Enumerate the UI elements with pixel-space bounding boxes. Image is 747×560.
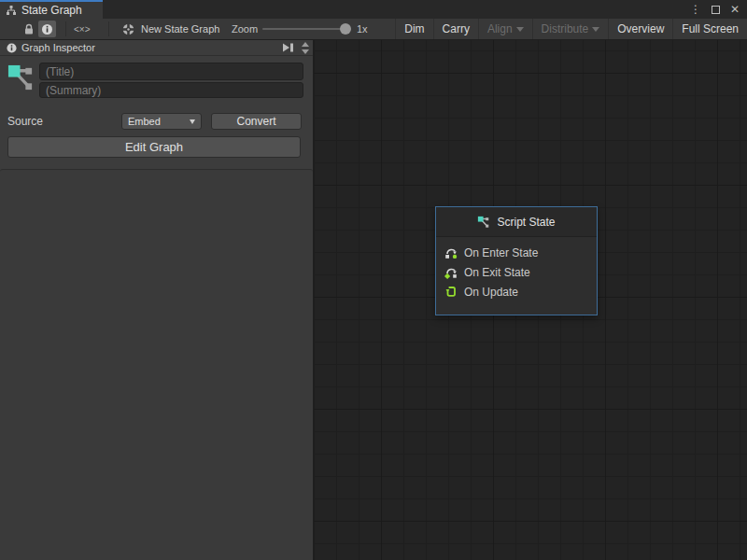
panel-scroll-spinner[interactable] xyxy=(300,42,311,54)
node-event-label: On Enter State xyxy=(464,246,538,259)
script-state-node-body: On Enter State On Exit State xyxy=(436,237,597,301)
new-state-graph-button[interactable]: New State Graph xyxy=(122,19,219,39)
state-graph-icon xyxy=(477,216,490,229)
toolbar-right-group: Dim Carry Align Distribute Overview Full… xyxy=(395,19,747,39)
overview-button[interactable]: Overview xyxy=(608,19,672,39)
node-title: Script State xyxy=(497,216,555,229)
graph-inspector-header: Graph Inspector xyxy=(0,40,313,56)
graph-summary-input[interactable] xyxy=(39,82,303,98)
expand-panel-icon[interactable] xyxy=(281,42,295,53)
distribute-dropdown[interactable]: Distribute xyxy=(532,19,609,39)
tab-state-graph[interactable]: State Graph xyxy=(0,0,103,19)
carry-button[interactable]: Carry xyxy=(433,19,478,39)
window-controls: ⋮ ✕ xyxy=(690,0,747,19)
window-content: Graph Inspector xyxy=(0,40,747,560)
zoom-slider-handle[interactable] xyxy=(340,23,351,35)
lock-button[interactable] xyxy=(23,19,35,39)
inspector-toggle-button[interactable] xyxy=(38,21,56,37)
inspector-empty-area xyxy=(0,169,313,560)
code-view-button[interactable]: <×> xyxy=(74,19,91,39)
info-icon xyxy=(41,23,53,35)
bolt-graph-icon xyxy=(122,23,134,35)
tab-label: State Graph xyxy=(21,4,82,17)
on-enter-state-icon xyxy=(444,245,458,259)
node-event-row: On Enter State xyxy=(444,243,597,262)
maximize-icon[interactable] xyxy=(712,6,720,14)
zoom-value: 1x xyxy=(357,19,368,39)
graph-inspector-title: Graph Inspector xyxy=(21,42,95,53)
graph-title-input[interactable] xyxy=(39,63,303,80)
toolbar-separator xyxy=(108,21,109,36)
scroll-up-icon[interactable] xyxy=(302,42,309,47)
dim-button[interactable]: Dim xyxy=(395,19,432,39)
chevron-down-icon xyxy=(516,27,524,32)
scroll-down-icon[interactable] xyxy=(302,49,309,54)
state-graph-icon xyxy=(7,63,35,92)
script-state-node-header[interactable]: Script State xyxy=(436,207,597,237)
align-dropdown[interactable]: Align xyxy=(478,19,532,39)
graph-toolbar: <×> New State Graph Zoom 1x Dim xyxy=(0,19,747,40)
graph-inspector-panel: Graph Inspector xyxy=(0,40,314,560)
zoom-label: Zoom xyxy=(232,19,258,39)
node-event-row: On Exit State xyxy=(444,262,597,282)
zoom-slider-track[interactable] xyxy=(262,28,348,30)
node-event-label: On Exit State xyxy=(464,266,530,279)
node-event-row: On Update xyxy=(444,282,597,301)
info-icon xyxy=(7,43,17,53)
state-graph-window: State Graph ⋮ ✕ <×> xyxy=(0,0,747,560)
toolbar-separator xyxy=(65,21,66,36)
graph-canvas[interactable]: Script State On Enter State xyxy=(314,40,747,560)
panel-menu-icon[interactable]: ⋮ xyxy=(690,0,701,19)
on-update-icon xyxy=(444,285,458,299)
source-dropdown-value: Embed xyxy=(128,116,161,127)
close-icon[interactable]: ✕ xyxy=(730,0,740,19)
lock-icon xyxy=(23,23,35,35)
source-row: Source Embed Convert xyxy=(0,105,313,130)
node-event-label: On Update xyxy=(464,286,518,299)
source-label: Source xyxy=(7,115,121,128)
edit-graph-button[interactable]: Edit Graph xyxy=(7,136,301,158)
titlebar: State Graph ⋮ ✕ xyxy=(0,0,747,19)
code-view-icon: <×> xyxy=(74,24,91,35)
script-state-node[interactable]: Script State On Enter State xyxy=(435,206,598,315)
fullscreen-button[interactable]: Full Screen xyxy=(672,19,747,39)
graph-meta-fields xyxy=(0,56,313,105)
chevron-down-icon xyxy=(592,27,599,32)
chevron-down-icon xyxy=(190,119,195,124)
on-exit-state-icon xyxy=(444,265,458,279)
new-state-graph-label: New State Graph xyxy=(141,23,219,35)
convert-button[interactable]: Convert xyxy=(211,113,302,130)
source-dropdown[interactable]: Embed xyxy=(121,113,202,130)
graph-tab-icon xyxy=(6,5,17,16)
